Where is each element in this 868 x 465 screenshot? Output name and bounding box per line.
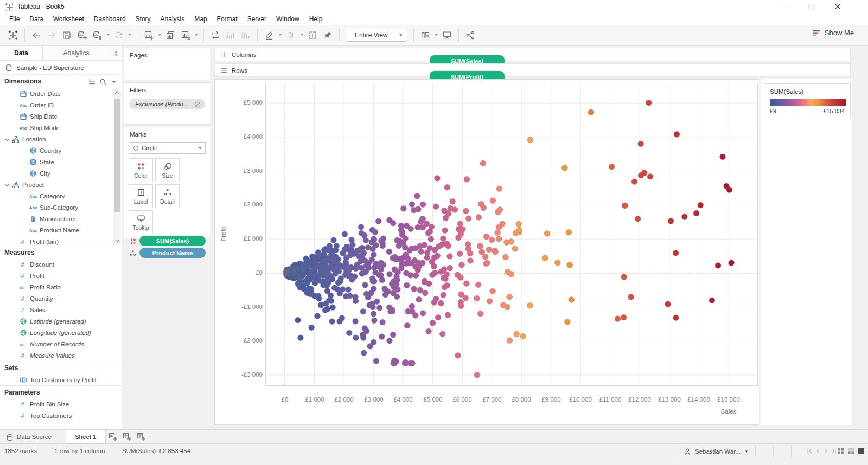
fit-selector[interactable]: Entire View [347, 29, 406, 42]
field-latitude-generated-[interactable]: Latitude (generated) [0, 315, 122, 327]
field-ship-mode[interactable]: AbcShip Mode [0, 122, 111, 133]
new-dashboard-tab-button[interactable] [120, 430, 134, 443]
pin-button[interactable] [320, 28, 335, 42]
redo-button[interactable] [44, 28, 59, 42]
mark-button-detail[interactable]: Detail [155, 184, 180, 208]
field-profit[interactable]: #Profit [0, 270, 122, 281]
pause-updates-button[interactable] [90, 28, 105, 42]
mark-button-label[interactable]: Label [129, 184, 153, 208]
field-quantity[interactable]: #Quantity [0, 293, 122, 304]
mark-button-size[interactable]: Size [155, 158, 180, 182]
field-product[interactable]: Product [0, 179, 111, 190]
field-top-customers[interactable]: #Top Customers [0, 410, 122, 421]
page-navigation[interactable] [806, 448, 837, 455]
menu-item-file[interactable]: File [4, 14, 24, 24]
columns-shelf[interactable]: Columns SUM(Sales) [214, 48, 851, 61]
menu-item-server[interactable]: Server [242, 14, 271, 24]
close-button[interactable] [825, 0, 851, 13]
add-data-button[interactable] [74, 28, 90, 42]
field-profit-ratio[interactable]: =#Profit Ratio [0, 281, 122, 293]
field-category[interactable]: AbcCategory [0, 190, 111, 202]
field-profit-bin-size[interactable]: #Profit Bin Size [0, 398, 122, 410]
search-icon[interactable] [99, 78, 106, 85]
mark-pill[interactable]: SUM(Sales) [139, 236, 206, 246]
new-worksheet-tab-button[interactable] [106, 430, 120, 443]
presentation-mode-button[interactable] [439, 28, 455, 42]
tab-data[interactable]: Data [0, 46, 42, 60]
maximize-button[interactable] [799, 0, 825, 13]
field-sales[interactable]: #Sales [0, 304, 122, 315]
pane-toggle-icon[interactable] [110, 46, 122, 60]
caret-down-icon[interactable] [126, 28, 133, 42]
mark-pill[interactable]: Product Name [139, 248, 206, 258]
field-product-name[interactable]: AbcProduct Name [0, 224, 111, 236]
field-manufacturer[interactable]: Manufacturer [0, 213, 111, 224]
field-ship-date[interactable]: Ship Date [0, 111, 111, 122]
view-as-list-icon[interactable] [88, 78, 95, 85]
caret-down-icon[interactable] [156, 28, 163, 42]
field-city[interactable]: City [0, 167, 111, 179]
menu-item-data[interactable]: Data [24, 14, 48, 24]
field-state[interactable]: State [0, 156, 111, 167]
menu-item-analysis[interactable]: Analysis [156, 14, 190, 24]
share-button[interactable] [463, 28, 478, 42]
caret-down-icon[interactable] [195, 143, 205, 153]
filmstrip-view-icon[interactable] [847, 448, 854, 455]
mark-button-color[interactable]: Color [129, 158, 153, 182]
caret-down-icon[interactable] [193, 28, 200, 42]
duplicate-button[interactable] [163, 28, 178, 42]
save-button[interactable] [59, 28, 74, 42]
chevron-down-icon[interactable] [3, 181, 11, 189]
field-longitude-generated-[interactable]: Longitude (generated) [0, 327, 122, 338]
menu-item-map[interactable]: Map [189, 14, 212, 24]
tab-sheet-1[interactable]: Sheet 1 [66, 430, 106, 443]
undo-button[interactable] [29, 28, 44, 42]
caret-down-icon[interactable] [298, 28, 305, 42]
sort-descending-button[interactable] [238, 28, 253, 42]
field-order-id[interactable]: AbcOrder ID [0, 99, 111, 111]
rows-shelf[interactable]: Rows SUM(Profit) [214, 63, 851, 77]
minimize-button[interactable] [773, 0, 799, 13]
menu-item-worksheet[interactable]: Worksheet [48, 14, 89, 24]
scrollbar[interactable] [113, 89, 121, 244]
clear-sheet-button[interactable] [178, 28, 193, 42]
field-discount[interactable]: #Discount [0, 259, 122, 270]
caret-down-icon[interactable] [110, 78, 117, 85]
sheet-view-icon[interactable] [858, 448, 865, 455]
field-sub-category[interactable]: AbcSub-Category [0, 202, 111, 213]
caret-down-icon[interactable] [433, 28, 439, 42]
swap-rows-columns-button[interactable] [208, 28, 223, 42]
mark-button-tooltip[interactable]: Tooltip [129, 210, 153, 234]
field-measure-values[interactable]: #Measure Values [0, 350, 122, 361]
new-story-tab-button[interactable] [134, 430, 148, 443]
data-source-item[interactable]: Sample - EU Superstore [0, 61, 122, 75]
show-cards-button[interactable] [418, 28, 433, 42]
menu-item-help[interactable]: Help [304, 14, 328, 24]
highlight-button[interactable] [261, 28, 277, 42]
caret-down-icon[interactable] [105, 28, 111, 42]
tab-analytics[interactable]: Analytics [42, 46, 110, 60]
scatter-plot[interactable] [265, 83, 758, 386]
field-top-customers-by-profit[interactable]: Top Customers by Profit [0, 374, 122, 385]
color-legend[interactable]: SUM(Sales) £9 £15 034 [764, 83, 851, 118]
group-button[interactable] [283, 28, 298, 42]
thumbnail-view-icon[interactable] [837, 448, 844, 455]
caret-down-icon[interactable] [277, 28, 283, 42]
chevron-down-icon[interactable] [3, 135, 11, 143]
field-country[interactable]: Country [0, 145, 111, 156]
field-profit-bin-[interactable]: #Profit (bin) [0, 236, 111, 246]
tab-data-source[interactable]: Data Source [0, 430, 66, 443]
menu-item-dashboard[interactable]: Dashboard [89, 14, 131, 24]
field-location[interactable]: Location [0, 133, 111, 145]
filter-pill[interactable]: Exclusions (Produ.. [129, 99, 205, 109]
field-order-date[interactable]: Order Date [0, 88, 111, 99]
user-menu[interactable]: Sebastian War... [678, 444, 754, 459]
tableau-logo-button[interactable] [5, 28, 21, 42]
text-label-button[interactable] [305, 28, 320, 42]
menu-item-story[interactable]: Story [131, 14, 156, 24]
sort-ascending-button[interactable] [223, 28, 238, 42]
mark-type-dropdown[interactable]: Circle [129, 142, 206, 154]
menu-item-window[interactable]: Window [271, 14, 304, 24]
field-number-of-records[interactable]: =#Number of Records [0, 338, 122, 350]
new-worksheet-button[interactable] [141, 28, 156, 42]
